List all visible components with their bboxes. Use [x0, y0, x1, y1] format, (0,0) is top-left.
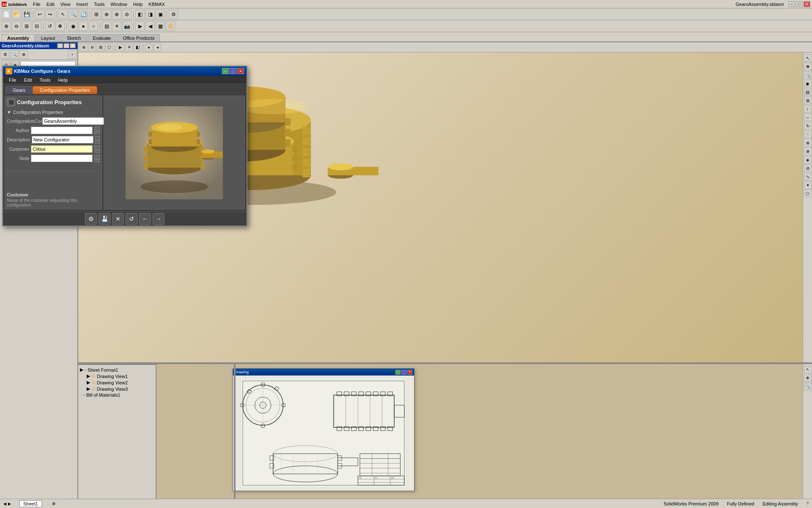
dialog-tb-cancel[interactable]: ✕: [112, 213, 124, 225]
app-close-btn[interactable]: ✕: [804, 1, 810, 7]
tab-evaluate[interactable]: Evaluate: [88, 34, 117, 41]
dialog-menu-tools[interactable]: Tools: [36, 77, 54, 83]
drawing-view3-item[interactable]: ▶ ⚠ Drawing View3: [80, 386, 154, 392]
tb2-lights[interactable]: ☀: [112, 22, 121, 31]
strip-btn-6[interactable]: ⊞: [804, 97, 812, 104]
dialog-maximize-btn[interactable]: □: [230, 68, 236, 74]
dialog-menu-edit[interactable]: Edit: [21, 77, 36, 83]
tb-rotate[interactable]: 🔄: [79, 10, 88, 19]
sheet1-tab[interactable]: Sheet1: [19, 500, 42, 507]
config-author-input[interactable]: [31, 127, 93, 134]
app-restore-btn[interactable]: □: [796, 1, 803, 7]
bstrip-btn3[interactable]: 🔍: [804, 383, 812, 390]
bstrip-btn2[interactable]: ✥: [804, 374, 812, 382]
tb-options[interactable]: ⚙: [169, 10, 178, 19]
vp-lighting[interactable]: ☀: [125, 44, 133, 51]
draw-close-btn[interactable]: ✕: [407, 370, 412, 375]
app-minimize-btn[interactable]: ─: [788, 1, 795, 7]
tb2-more3[interactable]: ▦: [156, 22, 165, 31]
dialog-tab-config[interactable]: Configuration Properties: [33, 86, 97, 94]
config-note-input[interactable]: [31, 155, 93, 162]
tb-zoom[interactable]: 🔍: [69, 10, 78, 19]
tb-mate[interactable]: ⊞: [92, 10, 101, 19]
config-customer-input[interactable]: [31, 145, 93, 153]
dialog-tb-save[interactable]: 💾: [99, 213, 110, 225]
vp-3d-view[interactable]: ⬡: [105, 44, 113, 51]
vp-more1[interactable]: ▸: [145, 44, 153, 51]
drawing-view2-item[interactable]: ▶ ⚠ Drawing View2: [80, 379, 154, 386]
strip-btn-13[interactable]: ◈: [804, 156, 812, 163]
bom-item[interactable]: ▪ Bill of Materials1: [80, 392, 154, 398]
dialog-tb-forward[interactable]: →: [153, 213, 165, 225]
tb2-shaded[interactable]: ●: [79, 22, 88, 31]
strip-btn-9[interactable]: ↻: [804, 122, 812, 130]
strip-btn-5[interactable]: ▤: [804, 88, 812, 96]
panel-divider[interactable]: [234, 364, 236, 499]
strip-btn-15[interactable]: ∿: [804, 173, 812, 180]
tb-component[interactable]: ⊕: [102, 10, 111, 19]
vp-section[interactable]: ◧: [134, 44, 141, 51]
tree-maximize-btn[interactable]: □: [63, 43, 69, 48]
config-note-btn[interactable]: …: [94, 155, 100, 162]
tb-view1[interactable]: ◧: [135, 10, 145, 19]
dialog-minimize-btn[interactable]: ─: [222, 68, 229, 74]
dialog-menu-file[interactable]: File: [5, 77, 20, 83]
tb-mirror[interactable]: ⊘: [122, 10, 132, 19]
tb-select[interactable]: ↖: [58, 10, 68, 19]
menu-file[interactable]: File: [30, 1, 43, 7]
tb2-zoom-fit[interactable]: ⊞: [22, 22, 31, 31]
dialog-close-btn[interactable]: ✕: [237, 68, 244, 74]
menu-tools[interactable]: Tools: [91, 1, 107, 7]
strip-btn-14[interactable]: ⊘: [804, 164, 812, 172]
strip-btn-17[interactable]: ⬡: [804, 190, 812, 197]
strip-btn-8[interactable]: ↔: [804, 113, 812, 121]
tb2-pan[interactable]: ✥: [55, 22, 65, 31]
strip-btn-2[interactable]: ✥: [804, 63, 812, 70]
strip-btn-16[interactable]: ✦: [804, 181, 812, 189]
menu-window[interactable]: Window: [108, 1, 130, 7]
tb-new[interactable]: 📄: [2, 10, 11, 19]
dialog-tb-back[interactable]: ←: [139, 213, 151, 225]
tb-view2[interactable]: ◨: [145, 10, 155, 19]
vp-zoom-out[interactable]: ⊖: [88, 44, 96, 51]
strip-btn-12[interactable]: ⊗: [804, 147, 812, 155]
tree-tb-more[interactable]: ›: [68, 50, 77, 58]
dialog-tb-settings[interactable]: ⚙: [85, 213, 97, 225]
strip-btn-1[interactable]: ↖: [804, 54, 812, 62]
tb2-zoom-in[interactable]: ⊕: [2, 22, 11, 31]
tab-sketch[interactable]: Sketch: [61, 34, 87, 41]
menu-view[interactable]: View: [58, 1, 73, 7]
strip-btn-10[interactable]: ⋮: [804, 130, 812, 138]
tb-save[interactable]: 💾: [22, 10, 31, 19]
strip-btn-7[interactable]: ↕: [804, 105, 812, 113]
tb-linear-pattern[interactable]: ⊗: [112, 10, 121, 19]
tb2-more4[interactable]: 🔆: [166, 22, 175, 31]
config-author-btn[interactable]: …: [94, 127, 100, 134]
draw-max-btn[interactable]: □: [401, 370, 406, 375]
tb-open[interactable]: 📂: [12, 10, 21, 19]
tb-redo[interactable]: ↪: [45, 10, 55, 19]
drawing-view1-item[interactable]: ▶ ⚠ Drawing View1: [80, 373, 154, 379]
tb-undo[interactable]: ↩: [35, 10, 44, 19]
strip-btn-4[interactable]: ◉: [804, 80, 812, 87]
strip-btn-11[interactable]: ⊕: [804, 139, 812, 146]
vp-zoom-in[interactable]: ⊕: [80, 44, 88, 51]
vp-more2[interactable]: ◂: [154, 44, 161, 51]
tb2-more1[interactable]: ▶: [135, 22, 145, 31]
tree-tb-expand[interactable]: ⊕: [19, 50, 28, 58]
config-customer-btn[interactable]: …: [94, 145, 100, 153]
tb2-section[interactable]: ▤: [102, 22, 111, 31]
tab-office[interactable]: Office Products: [117, 34, 160, 41]
tree-tb-icons[interactable]: ⚙: [1, 50, 9, 58]
tb2-normal[interactable]: ◉: [69, 22, 78, 31]
sheet-format-item[interactable]: ▶ ▪ Sheet Format1: [80, 367, 154, 373]
dialog-menu-help[interactable]: Help: [55, 77, 71, 83]
tree-close-btn[interactable]: ✕: [70, 43, 76, 48]
strip-btn-3[interactable]: 🔍: [804, 71, 812, 79]
add-sheet-btn[interactable]: ⊕: [52, 501, 55, 506]
menu-insert[interactable]: Insert: [74, 1, 91, 7]
tb2-camera[interactable]: 📷: [122, 22, 132, 31]
config-code-input[interactable]: [42, 117, 104, 125]
menu-edit[interactable]: Edit: [44, 1, 57, 7]
tb2-more2[interactable]: ◀: [145, 22, 155, 31]
